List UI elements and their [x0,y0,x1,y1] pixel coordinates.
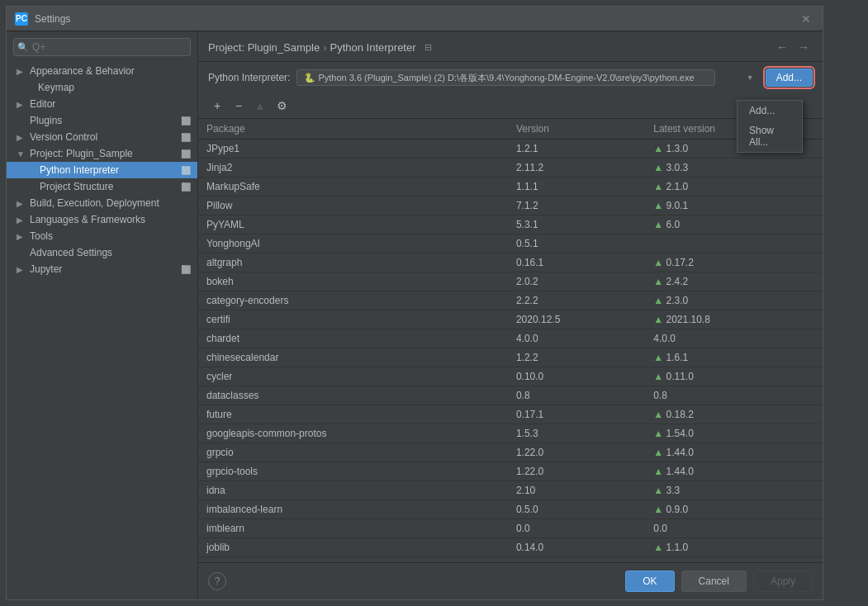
apply-button[interactable]: Apply [753,570,813,592]
close-button[interactable]: ✕ [798,11,814,27]
sidebar-item-label: Plugins [30,115,178,126]
sidebar-badge: ⬜ [181,149,191,159]
sidebar-item-label: Project: Plugin_Sample [30,148,178,159]
package-name: idna [198,481,508,500]
table-row[interactable]: grpcio1.22.0▲ 1.44.0 [198,443,823,462]
package-version: 5.3.1 [508,215,645,234]
show-all-option[interactable]: Show All... [738,121,802,152]
sidebar-item-appearance[interactable]: ▶ Appearance & Behavior [7,63,197,79]
package-name: YonghongAI [198,234,508,253]
table-row[interactable]: future0.17.1▲ 0.18.2 [198,405,823,424]
settings-dialog: PC Settings ✕ 🔍 ▶ Appearance & Behavior … [6,6,823,600]
settings-button[interactable]: ⚙ [273,97,291,115]
table-row[interactable]: idna2.10▲ 3.3 [198,481,823,500]
package-latest: ▲ 9.0.1 [645,196,823,215]
package-latest: 0.0 [645,519,823,538]
package-version: 7.1.2 [508,196,645,215]
add-button[interactable]: Add... [766,69,813,87]
dialog-footer: ? OK Cancel Apply [198,562,823,599]
cancel-button[interactable]: Cancel [681,570,747,592]
package-name: future [198,405,508,424]
package-latest: ▲ 1.44.0 [645,443,823,462]
package-version: 1.2.2 [508,348,645,367]
table-row[interactable]: grpcio-tools1.22.0▲ 1.44.0 [198,462,823,481]
table-row[interactable]: MarkupSafe1.1.1▲ 2.1.0 [198,178,823,196]
package-version: 0.8 [508,386,645,405]
main-panel: Project: Plugin_Sample › Python Interpre… [198,31,823,599]
package-version: 0.5.1 [508,234,645,253]
add-package-button[interactable]: + [208,97,226,115]
package-version: 0.16.1 [508,253,645,272]
table-row[interactable]: imblearn0.00.0 [198,519,823,538]
sidebar-badge: ⬜ [181,182,191,192]
package-version: 2020.12.5 [508,310,645,329]
package-table-container[interactable]: Package Version Latest version JPype11.2… [198,119,823,562]
up-package-button[interactable]: ▲ [251,97,269,115]
sidebar-item-plugins[interactable]: ▶ Plugins ⬜ [7,112,197,129]
back-button[interactable]: ← [773,38,791,56]
package-latest: ▲ 1.44.0 [645,462,823,481]
table-row[interactable]: PyYAML5.3.1▲ 6.0 [198,215,823,234]
table-row[interactable]: chinesecalendar1.2.2▲ 1.6.1 [198,348,823,367]
footer-right: OK Cancel Apply [625,570,813,592]
table-row[interactable]: Jinja22.11.2▲ 3.0.3 [198,159,823,178]
table-row[interactable]: Pillow7.1.2▲ 9.0.1 [198,196,823,215]
sidebar-item-version-control[interactable]: ▶ Version Control ⬜ [7,129,197,145]
sidebar-item-languages[interactable]: ▶ Languages & Frameworks [7,211,197,228]
breadcrumb: Project: Plugin_Sample › Python Interpre… [208,41,432,54]
package-version: 0.10.0 [508,367,645,386]
sidebar-item-keymap[interactable]: ▶ Keymap [7,79,197,96]
dialog-title: Settings [35,13,798,25]
package-version: 0.14.0 [508,538,645,557]
remove-package-button[interactable]: − [230,97,248,115]
package-name: dataclasses [198,386,508,405]
expand-arrow-icon: ▼ [17,149,26,159]
sidebar-item-python-interpreter[interactable]: ▶ Python Interpreter ⬜ [7,162,197,178]
package-version: 2.2.2 [508,291,645,310]
package-version: 1.5.3 [508,424,645,443]
package-latest: ▲ 0.18.2 [645,405,823,424]
package-name: certifi [198,310,508,329]
package-name: grpcio-tools [198,462,508,481]
table-row[interactable]: googleapis-common-protos1.5.3▲ 1.54.0 [198,424,823,443]
table-row[interactable]: certifi2020.12.5▲ 2021.10.8 [198,310,823,329]
package-table: Package Version Latest version JPype11.2… [198,119,823,557]
package-name: chardet [198,329,508,348]
table-row[interactable]: dataclasses0.80.8 [198,386,823,405]
package-version: 1.22.0 [508,443,645,462]
table-row[interactable]: altgraph0.16.1▲ 0.17.2 [198,253,823,272]
package-name: chinesecalendar [198,348,508,367]
table-row[interactable]: JPype11.2.1▲ 1.3.0 [198,140,823,159]
sidebar-item-jupyter[interactable]: ▶ Jupyter ⬜ [7,261,197,277]
sidebar-item-build-execution[interactable]: ▶ Build, Execution, Deployment [7,195,197,211]
sidebar-item-project-structure[interactable]: ▶ Project Structure ⬜ [7,178,197,195]
footer-left: ? [208,572,625,590]
package-latest: 4.0.0 [645,329,823,348]
table-row[interactable]: joblib0.14.0▲ 1.1.0 [198,538,823,557]
search-input[interactable] [13,38,191,56]
table-row[interactable]: imbalanced-learn0.5.0▲ 0.9.0 [198,500,823,519]
dialog-body: 🔍 ▶ Appearance & Behavior ▶ Keymap ▶ Edi… [7,31,823,599]
package-name: JPype1 [198,140,508,159]
sidebar-badge: ⬜ [181,265,191,274]
help-button[interactable]: ? [208,572,226,590]
table-row[interactable]: category-encoders2.2.2▲ 2.3.0 [198,291,823,310]
sidebar-item-advanced-settings[interactable]: ▶ Advanced Settings [7,244,197,261]
sidebar-item-editor[interactable]: ▶ Editor [7,96,197,112]
breadcrumb-current: Python Interpreter [330,41,415,54]
sidebar-item-tools[interactable]: ▶ Tools [7,228,197,244]
sidebar-item-project[interactable]: ▼ Project: Plugin_Sample ⬜ [7,145,197,162]
expand-arrow-icon: ▶ [17,67,26,76]
table-row[interactable]: chardet4.0.04.0.0 [198,329,823,348]
add-option[interactable]: Add... [738,101,802,121]
table-row[interactable]: bokeh2.0.2▲ 2.4.2 [198,272,823,291]
sidebar-badge: ⬜ [181,116,191,125]
ok-button[interactable]: OK [625,570,674,592]
interpreter-select[interactable]: 🐍 Python 3.6 (Plugin_Sample) (2) D:\各版本\… [296,69,715,86]
package-version: 2.10 [508,481,645,500]
forward-button[interactable]: → [794,38,813,56]
package-latest: ▲ 2.4.2 [645,272,823,291]
table-row[interactable]: YonghongAI0.5.1 [198,234,823,253]
table-row[interactable]: cycler0.10.0▲ 0.11.0 [198,367,823,386]
package-version: 0.0 [508,519,645,538]
